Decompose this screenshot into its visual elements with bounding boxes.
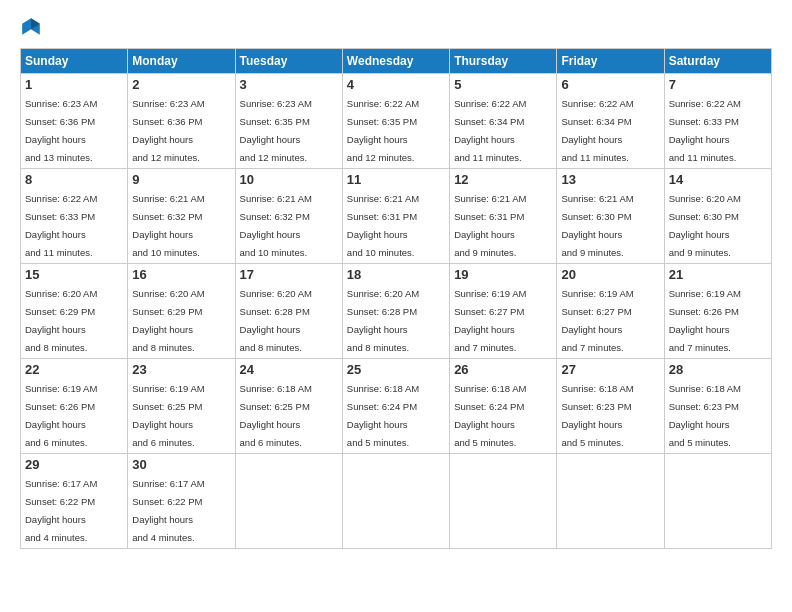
table-row: 11 Sunrise: 6:21 AMSunset: 6:31 PMDaylig… <box>342 169 449 264</box>
table-row: 21 Sunrise: 6:19 AMSunset: 6:26 PMDaylig… <box>664 264 771 359</box>
day-number: 13 <box>561 172 659 187</box>
col-monday: Monday <box>128 49 235 74</box>
table-row: 27 Sunrise: 6:18 AMSunset: 6:23 PMDaylig… <box>557 359 664 454</box>
table-row: 7 Sunrise: 6:22 AMSunset: 6:33 PMDayligh… <box>664 74 771 169</box>
day-number: 29 <box>25 457 123 472</box>
table-row <box>342 454 449 549</box>
day-number: 26 <box>454 362 552 377</box>
table-row: 12 Sunrise: 6:21 AMSunset: 6:31 PMDaylig… <box>450 169 557 264</box>
day-number: 8 <box>25 172 123 187</box>
day-info: Sunrise: 6:19 AMSunset: 6:27 PMDaylight … <box>454 288 526 353</box>
table-row: 24 Sunrise: 6:18 AMSunset: 6:25 PMDaylig… <box>235 359 342 454</box>
day-info: Sunrise: 6:22 AMSunset: 6:34 PMDaylight … <box>454 98 526 163</box>
col-tuesday: Tuesday <box>235 49 342 74</box>
day-number: 30 <box>132 457 230 472</box>
day-number: 19 <box>454 267 552 282</box>
table-row: 23 Sunrise: 6:19 AMSunset: 6:25 PMDaylig… <box>128 359 235 454</box>
table-row <box>235 454 342 549</box>
day-info: Sunrise: 6:19 AMSunset: 6:26 PMDaylight … <box>669 288 741 353</box>
day-info: Sunrise: 6:21 AMSunset: 6:30 PMDaylight … <box>561 193 633 258</box>
day-info: Sunrise: 6:23 AMSunset: 6:36 PMDaylight … <box>132 98 204 163</box>
day-number: 10 <box>240 172 338 187</box>
day-info: Sunrise: 6:18 AMSunset: 6:24 PMDaylight … <box>347 383 419 448</box>
table-row: 20 Sunrise: 6:19 AMSunset: 6:27 PMDaylig… <box>557 264 664 359</box>
table-row: 29 Sunrise: 6:17 AMSunset: 6:22 PMDaylig… <box>21 454 128 549</box>
table-row: 5 Sunrise: 6:22 AMSunset: 6:34 PMDayligh… <box>450 74 557 169</box>
table-row <box>557 454 664 549</box>
day-info: Sunrise: 6:21 AMSunset: 6:31 PMDaylight … <box>454 193 526 258</box>
day-info: Sunrise: 6:19 AMSunset: 6:27 PMDaylight … <box>561 288 633 353</box>
day-info: Sunrise: 6:18 AMSunset: 6:24 PMDaylight … <box>454 383 526 448</box>
logo-icon <box>20 16 42 38</box>
day-number: 15 <box>25 267 123 282</box>
day-number: 7 <box>669 77 767 92</box>
day-info: Sunrise: 6:17 AMSunset: 6:22 PMDaylight … <box>132 478 204 543</box>
day-number: 3 <box>240 77 338 92</box>
day-number: 16 <box>132 267 230 282</box>
day-number: 18 <box>347 267 445 282</box>
page: Sunday Monday Tuesday Wednesday Thursday… <box>0 0 792 612</box>
day-number: 21 <box>669 267 767 282</box>
table-row: 16 Sunrise: 6:20 AMSunset: 6:29 PMDaylig… <box>128 264 235 359</box>
table-row <box>450 454 557 549</box>
col-sunday: Sunday <box>21 49 128 74</box>
day-info: Sunrise: 6:23 AMSunset: 6:35 PMDaylight … <box>240 98 312 163</box>
table-row: 30 Sunrise: 6:17 AMSunset: 6:22 PMDaylig… <box>128 454 235 549</box>
col-thursday: Thursday <box>450 49 557 74</box>
day-number: 1 <box>25 77 123 92</box>
day-number: 24 <box>240 362 338 377</box>
day-info: Sunrise: 6:22 AMSunset: 6:33 PMDaylight … <box>25 193 97 258</box>
table-row: 13 Sunrise: 6:21 AMSunset: 6:30 PMDaylig… <box>557 169 664 264</box>
day-number: 27 <box>561 362 659 377</box>
day-info: Sunrise: 6:23 AMSunset: 6:36 PMDaylight … <box>25 98 97 163</box>
day-info: Sunrise: 6:20 AMSunset: 6:28 PMDaylight … <box>347 288 419 353</box>
table-row <box>664 454 771 549</box>
table-row: 6 Sunrise: 6:22 AMSunset: 6:34 PMDayligh… <box>557 74 664 169</box>
day-info: Sunrise: 6:20 AMSunset: 6:28 PMDaylight … <box>240 288 312 353</box>
col-wednesday: Wednesday <box>342 49 449 74</box>
day-info: Sunrise: 6:18 AMSunset: 6:25 PMDaylight … <box>240 383 312 448</box>
day-info: Sunrise: 6:20 AMSunset: 6:30 PMDaylight … <box>669 193 741 258</box>
day-number: 23 <box>132 362 230 377</box>
calendar-header-row: Sunday Monday Tuesday Wednesday Thursday… <box>21 49 772 74</box>
day-info: Sunrise: 6:18 AMSunset: 6:23 PMDaylight … <box>669 383 741 448</box>
col-friday: Friday <box>557 49 664 74</box>
day-info: Sunrise: 6:20 AMSunset: 6:29 PMDaylight … <box>132 288 204 353</box>
table-row: 14 Sunrise: 6:20 AMSunset: 6:30 PMDaylig… <box>664 169 771 264</box>
day-number: 11 <box>347 172 445 187</box>
day-number: 9 <box>132 172 230 187</box>
day-info: Sunrise: 6:18 AMSunset: 6:23 PMDaylight … <box>561 383 633 448</box>
day-info: Sunrise: 6:21 AMSunset: 6:31 PMDaylight … <box>347 193 419 258</box>
day-number: 6 <box>561 77 659 92</box>
day-number: 2 <box>132 77 230 92</box>
day-info: Sunrise: 6:22 AMSunset: 6:35 PMDaylight … <box>347 98 419 163</box>
table-row: 1 Sunrise: 6:23 AMSunset: 6:36 PMDayligh… <box>21 74 128 169</box>
table-row: 15 Sunrise: 6:20 AMSunset: 6:29 PMDaylig… <box>21 264 128 359</box>
table-row: 3 Sunrise: 6:23 AMSunset: 6:35 PMDayligh… <box>235 74 342 169</box>
day-number: 28 <box>669 362 767 377</box>
day-number: 17 <box>240 267 338 282</box>
table-row: 8 Sunrise: 6:22 AMSunset: 6:33 PMDayligh… <box>21 169 128 264</box>
header <box>20 16 772 38</box>
table-row: 19 Sunrise: 6:19 AMSunset: 6:27 PMDaylig… <box>450 264 557 359</box>
day-info: Sunrise: 6:21 AMSunset: 6:32 PMDaylight … <box>132 193 204 258</box>
day-number: 22 <box>25 362 123 377</box>
table-row: 17 Sunrise: 6:20 AMSunset: 6:28 PMDaylig… <box>235 264 342 359</box>
day-number: 14 <box>669 172 767 187</box>
table-row: 2 Sunrise: 6:23 AMSunset: 6:36 PMDayligh… <box>128 74 235 169</box>
day-number: 5 <box>454 77 552 92</box>
table-row: 28 Sunrise: 6:18 AMSunset: 6:23 PMDaylig… <box>664 359 771 454</box>
day-number: 12 <box>454 172 552 187</box>
calendar-table: Sunday Monday Tuesday Wednesday Thursday… <box>20 48 772 549</box>
table-row: 18 Sunrise: 6:20 AMSunset: 6:28 PMDaylig… <box>342 264 449 359</box>
col-saturday: Saturday <box>664 49 771 74</box>
logo <box>20 16 46 38</box>
day-number: 4 <box>347 77 445 92</box>
table-row: 10 Sunrise: 6:21 AMSunset: 6:32 PMDaylig… <box>235 169 342 264</box>
day-info: Sunrise: 6:19 AMSunset: 6:26 PMDaylight … <box>25 383 97 448</box>
table-row: 26 Sunrise: 6:18 AMSunset: 6:24 PMDaylig… <box>450 359 557 454</box>
day-info: Sunrise: 6:19 AMSunset: 6:25 PMDaylight … <box>132 383 204 448</box>
day-number: 20 <box>561 267 659 282</box>
day-info: Sunrise: 6:20 AMSunset: 6:29 PMDaylight … <box>25 288 97 353</box>
day-info: Sunrise: 6:22 AMSunset: 6:33 PMDaylight … <box>669 98 741 163</box>
